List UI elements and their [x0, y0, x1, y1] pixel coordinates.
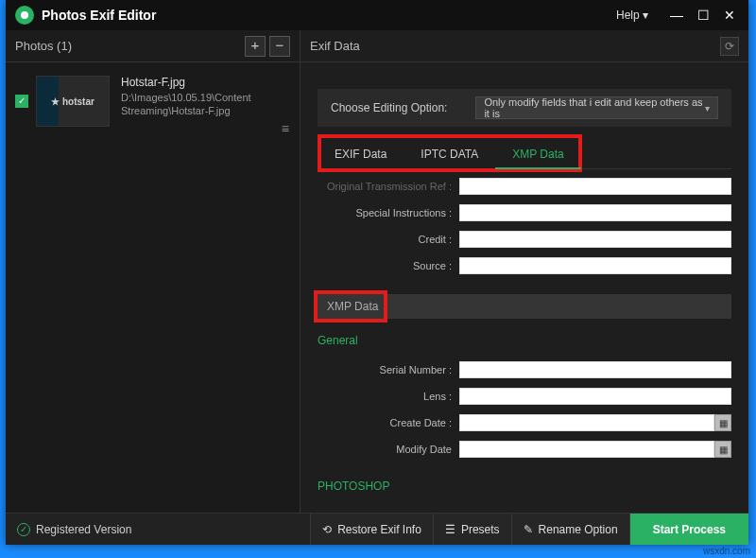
tab-xmp-data[interactable]: XMP Data	[495, 140, 580, 168]
footer: ✓ Registered Version ⟲ Restore Exif Info…	[6, 513, 748, 545]
start-process-button[interactable]: Start Process	[629, 514, 748, 545]
field-label: Create Date :	[318, 417, 459, 428]
minimize-button[interactable]: —	[663, 2, 690, 28]
field-label: Modify Date	[318, 444, 459, 455]
field-input[interactable]	[459, 361, 731, 378]
chevron-down-icon: ▾	[705, 103, 710, 113]
field-input[interactable]	[459, 388, 731, 405]
presets-icon: ☰	[445, 523, 455, 536]
photos-header-label: Photos (1)	[15, 39, 241, 53]
field-label: Serial Number :	[318, 364, 459, 375]
field-original-transmission-ref: Original Transmission Ref :	[318, 175, 731, 198]
photos-header: Photos (1) + −	[6, 30, 300, 62]
field-input[interactable]	[459, 204, 731, 221]
rename-option-button[interactable]: ✎ Rename Option	[511, 514, 629, 545]
calendar-icon[interactable]: ▦	[714, 441, 731, 458]
restore-icon: ⟲	[322, 523, 332, 536]
button-label: Restore Exif Info	[337, 523, 421, 536]
field-serial-number: Serial Number :	[318, 358, 731, 381]
chevron-down-icon: ▾	[643, 9, 648, 22]
exif-content: Choose Editing Option: Only modify field…	[301, 62, 748, 513]
left-pane: Photos (1) + − ✓ ★ hotstar Hotstar-F.jpg…	[6, 30, 301, 513]
field-input[interactable]	[459, 414, 714, 431]
check-icon: ✓	[17, 523, 30, 536]
watermark: wsxdn.com	[703, 546, 750, 556]
field-lens: Lens :	[318, 385, 731, 408]
field-label: Credit :	[318, 234, 459, 245]
right-pane: Exif Data ⟳ Choose Editing Option: Only …	[301, 30, 748, 513]
calendar-icon[interactable]: ▦	[714, 414, 731, 431]
registered-status: ✓ Registered Version	[6, 523, 310, 536]
button-label: Presets	[461, 523, 500, 536]
footer-actions: ⟲ Restore Exif Info ☰ Presets ✎ Rename O…	[310, 514, 748, 545]
subheading-photoshop: PHOTOSHOP	[318, 480, 731, 493]
dropdown-value: Only modify fields that i edit and keep …	[484, 96, 705, 119]
field-modify-date: Modify Date ▦	[318, 438, 731, 461]
fields-general-group: Serial Number : Lens : Create Date : ▦ M…	[318, 353, 731, 461]
photo-card[interactable]: ✓ ★ hotstar Hotstar-F.jpg D:\Images\10.0…	[6, 62, 300, 138]
titlebar: Photos Exif Editor Help ▾ — ☐ ✕	[6, 0, 748, 30]
field-input[interactable]	[459, 257, 731, 274]
field-credit: Credit :	[318, 228, 731, 251]
field-input[interactable]	[459, 178, 731, 195]
button-label: Rename Option	[539, 523, 618, 536]
photo-info: Hotstar-F.jpg D:\Images\10.05.19\Content…	[121, 76, 251, 117]
app-window: Photos Exif Editor Help ▾ — ☐ ✕ Photos (…	[6, 0, 748, 545]
field-special-instructions: Special Instructions :	[318, 201, 731, 224]
close-button[interactable]: ✕	[716, 2, 743, 28]
button-label: Start Process	[653, 523, 726, 536]
photo-filename: Hotstar-F.jpg	[121, 76, 251, 89]
field-label: Special Instructions :	[318, 207, 459, 218]
app-title: Photos Exif Editor	[42, 8, 616, 23]
field-input[interactable]	[459, 441, 714, 458]
photo-checkbox[interactable]: ✓	[15, 95, 28, 108]
photo-card-menu-icon[interactable]: ≡	[282, 121, 290, 136]
help-label: Help	[616, 9, 640, 22]
field-input[interactable]	[459, 231, 731, 248]
tab-iptc-data[interactable]: IPTC DATA	[404, 140, 495, 168]
fields-top-group: Original Transmission Ref : Special Inst…	[318, 169, 731, 277]
remove-photo-button[interactable]: −	[269, 36, 290, 57]
editing-option-dropdown[interactable]: Only modify fields that i edit and keep …	[475, 96, 718, 119]
editing-option-label: Choose Editing Option:	[331, 101, 447, 114]
maximize-button[interactable]: ☐	[690, 2, 716, 28]
body: Photos (1) + − ✓ ★ hotstar Hotstar-F.jpg…	[6, 30, 748, 513]
photo-path-line2: Streaming\Hotstar-F.jpg	[121, 104, 251, 117]
editing-option-bar: Choose Editing Option: Only modify field…	[318, 89, 731, 127]
presets-button[interactable]: ☰ Presets	[433, 514, 511, 545]
tab-exif-data[interactable]: EXIF Data	[318, 140, 404, 168]
app-logo-icon	[15, 6, 34, 25]
field-create-date: Create Date : ▦	[318, 411, 731, 434]
registered-label: Registered Version	[36, 523, 131, 536]
tabs: EXIF Data IPTC DATA XMP Data	[318, 140, 731, 169]
restore-exif-button[interactable]: ⟲ Restore Exif Info	[310, 514, 433, 545]
section-xmp-data: XMP Data	[318, 294, 731, 319]
add-photo-button[interactable]: +	[245, 36, 266, 57]
photo-path-line1: D:\Images\10.05.19\Content	[121, 91, 251, 104]
exif-header: Exif Data ⟳	[301, 30, 748, 62]
field-source: Source :	[318, 254, 731, 277]
field-label: Lens :	[318, 391, 459, 402]
exif-header-label: Exif Data	[310, 39, 720, 53]
help-menu[interactable]: Help ▾	[616, 9, 648, 22]
section-label: XMP Data	[327, 300, 378, 313]
photo-thumbnail: ★ hotstar	[36, 76, 110, 127]
reload-button[interactable]: ⟳	[720, 37, 739, 56]
field-label: Original Transmission Ref :	[318, 181, 459, 192]
pencil-icon: ✎	[524, 523, 533, 536]
subheading-general: General	[318, 334, 731, 347]
field-label: Source :	[318, 260, 459, 271]
